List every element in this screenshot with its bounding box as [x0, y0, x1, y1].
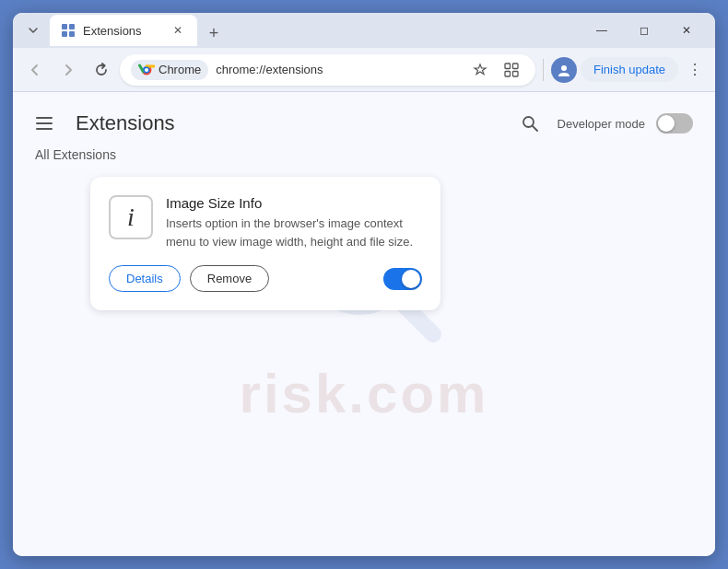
svg-rect-2 [62, 31, 67, 37]
nav-divider [543, 59, 544, 81]
close-button[interactable]: ✕ [665, 17, 708, 44]
extension-card-top: i Image Size Info Inserts option in the … [109, 195, 422, 250]
details-button[interactable]: Details [109, 265, 181, 292]
more-icon: ⋮ [687, 61, 702, 78]
search-button[interactable] [513, 107, 546, 140]
forward-icon [61, 63, 76, 77]
svg-rect-3 [69, 31, 75, 37]
extension-toggle-knob [402, 270, 420, 288]
extension-card: i Image Size Info Inserts option in the … [90, 177, 440, 310]
menu-line-1 [36, 117, 53, 119]
page-title: Extensions [76, 111, 175, 135]
maximize-icon: ◻ [640, 24, 649, 37]
minimize-button[interactable]: — [581, 17, 623, 44]
address-icons [467, 57, 524, 83]
extensions-button[interactable] [499, 57, 524, 83]
extensions-icon [504, 63, 519, 77]
svg-rect-1 [69, 24, 75, 29]
extensions-favicon-icon [61, 23, 76, 38]
tab-close-button[interactable]: ✕ [170, 22, 186, 39]
window-action-buttons: — ◻ ✕ [581, 17, 708, 44]
browser-window: Extensions ✕ + — ◻ ✕ [13, 13, 715, 556]
header-right: Developer mode [513, 107, 693, 140]
svg-line-15 [533, 126, 537, 131]
close-icon: ✕ [682, 24, 691, 37]
minimize-icon: — [596, 24, 607, 37]
svg-rect-9 [505, 71, 511, 76]
developer-mode-label: Developer mode [558, 117, 645, 131]
section-label: All Extensions [35, 147, 693, 162]
tab-strip: Extensions ✕ + [50, 15, 577, 46]
extensions-header: Extensions Developer mode [13, 92, 715, 147]
content-area: risk.com Extensions Developer [13, 92, 715, 556]
profile-button[interactable] [551, 57, 577, 83]
svg-rect-0 [62, 24, 67, 29]
developer-mode-toggle[interactable] [656, 113, 693, 134]
search-icon [522, 115, 538, 132]
chrome-logo-icon [138, 62, 155, 78]
active-tab[interactable]: Extensions ✕ [50, 15, 197, 46]
maximize-button[interactable]: ◻ [623, 17, 665, 44]
chevron-down-icon [28, 25, 39, 36]
svg-point-6 [145, 68, 148, 72]
star-icon [473, 63, 487, 77]
address-bar[interactable]: Chrome chrome://extensions [120, 54, 535, 86]
url-text: chrome://extensions [216, 63, 460, 76]
svg-point-11 [561, 65, 567, 71]
svg-rect-8 [512, 64, 518, 69]
extension-icon: i [109, 195, 153, 239]
new-tab-button[interactable]: + [201, 20, 227, 46]
tab-favicon [61, 23, 76, 38]
refresh-icon [94, 63, 109, 77]
main-content: All Extensions i Image Size Info Inserts… [13, 147, 715, 556]
tab-dropdown-button[interactable] [20, 17, 46, 43]
more-options-button[interactable]: ⋮ [682, 57, 708, 83]
plus-icon: + [209, 24, 219, 43]
menu-button[interactable] [28, 107, 61, 140]
finish-update-button[interactable]: Finish update [581, 57, 678, 82]
back-button[interactable] [20, 55, 50, 85]
title-bar: Extensions ✕ + — ◻ ✕ [13, 13, 715, 48]
profile-icon [558, 64, 570, 76]
extension-name: Image Size Info [166, 195, 422, 211]
header-left: Extensions [28, 107, 175, 140]
bookmark-button[interactable] [467, 57, 493, 83]
tab-title: Extensions [83, 24, 162, 38]
nav-bar: Chrome chrome://extensions [13, 48, 715, 92]
svg-rect-10 [512, 71, 518, 76]
extension-description: Inserts option in the browser's image co… [166, 215, 422, 250]
extension-info: Image Size Info Inserts option in the br… [166, 195, 422, 250]
forward-button[interactable] [53, 55, 83, 85]
chrome-icon-wrap: Chrome [131, 60, 208, 80]
extension-toggle[interactable] [383, 268, 422, 290]
svg-point-14 [523, 117, 534, 127]
refresh-button[interactable] [87, 55, 116, 85]
chrome-label: Chrome [159, 63, 201, 76]
extension-card-bottom: Details Remove [109, 265, 422, 292]
toggle-knob [658, 115, 675, 132]
extension-icon-letter: i [127, 203, 135, 232]
menu-line-2 [36, 122, 53, 124]
menu-line-3 [36, 128, 53, 130]
remove-button[interactable]: Remove [190, 265, 269, 292]
svg-rect-7 [505, 64, 511, 69]
back-icon [28, 63, 42, 77]
